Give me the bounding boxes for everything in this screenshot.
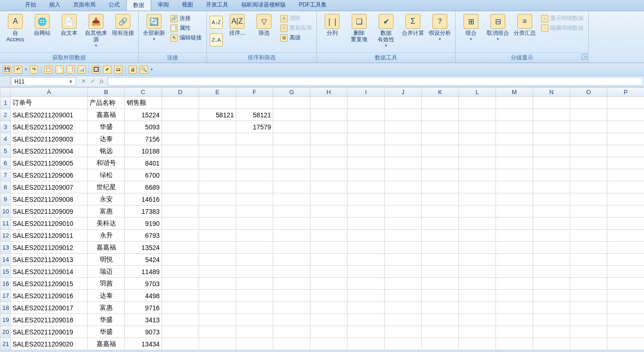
cell-K19[interactable]	[422, 314, 459, 326]
row-header-12[interactable]: 12	[0, 230, 11, 242]
data-validation-dropdown-icon[interactable]: ▼	[384, 44, 388, 48]
cell-G9[interactable]	[273, 193, 310, 205]
row-header-1[interactable]: 1	[0, 97, 11, 109]
cell-I2[interactable]	[348, 109, 385, 121]
qat-btn-2[interactable]: 📄	[55, 65, 64, 74]
cell-G14[interactable]	[273, 254, 310, 266]
subtotal-button[interactable]: ≡分类汇总	[512, 13, 537, 37]
cell-L20[interactable]	[459, 326, 496, 338]
cell-D8[interactable]	[162, 181, 199, 193]
cell-B17[interactable]: 达泰	[88, 290, 125, 302]
cell-J20[interactable]	[385, 326, 422, 338]
cell-K12[interactable]	[422, 230, 459, 242]
cell-B6[interactable]: 和谐号	[88, 157, 125, 169]
cell-G1[interactable]	[273, 97, 310, 109]
cell-N5[interactable]	[533, 145, 570, 157]
cell-J13[interactable]	[385, 242, 422, 254]
cell-J3[interactable]	[385, 121, 422, 133]
cell-P15[interactable]	[607, 266, 644, 278]
cell-G11[interactable]	[273, 218, 310, 230]
cell-E15[interactable]	[199, 266, 236, 278]
cell-M15[interactable]	[496, 266, 533, 278]
cell-H11[interactable]	[310, 218, 348, 230]
cell-C18[interactable]: 9716	[125, 302, 162, 314]
cell-F14[interactable]	[236, 254, 273, 266]
qat-undo-icon[interactable]: ↶	[14, 65, 22, 74]
cell-O10[interactable]	[570, 205, 607, 218]
cell-D2[interactable]	[162, 109, 199, 121]
cell-N9[interactable]	[533, 193, 570, 205]
cell-A20[interactable]: SALES20211209019	[11, 326, 88, 338]
cell-L16[interactable]	[459, 278, 496, 290]
cell-L18[interactable]	[459, 302, 496, 314]
from-web-button[interactable]: 🌐自网站	[30, 13, 55, 37]
row-header-21[interactable]: 21	[0, 338, 11, 350]
cell-J8[interactable]	[385, 181, 422, 193]
cell-F15[interactable]	[236, 266, 273, 278]
cell-E1[interactable]	[199, 97, 236, 109]
cell-D15[interactable]	[162, 266, 199, 278]
cell-L21[interactable]	[459, 338, 496, 350]
cell-P3[interactable]	[607, 121, 644, 133]
cell-K3[interactable]	[422, 121, 459, 133]
cell-L12[interactable]	[459, 230, 496, 242]
cell-E21[interactable]	[199, 338, 236, 350]
cancel-formula-icon[interactable]: ✕	[79, 78, 87, 85]
cell-J14[interactable]	[385, 254, 422, 266]
cell-K21[interactable]	[422, 338, 459, 350]
name-box-dropdown-icon[interactable]: ▼	[69, 79, 73, 84]
cell-F6[interactable]	[236, 157, 273, 169]
enter-formula-icon[interactable]: ✓	[88, 78, 97, 85]
row-header-9[interactable]: 9	[0, 193, 11, 205]
cell-I11[interactable]	[348, 218, 385, 230]
cell-P1[interactable]	[607, 97, 644, 109]
cell-O18[interactable]	[570, 302, 607, 314]
cell-F18[interactable]	[236, 302, 273, 314]
cell-P14[interactable]	[607, 254, 644, 266]
cell-H1[interactable]	[310, 97, 348, 109]
cell-B5[interactable]: 铭远	[88, 145, 125, 157]
cell-A15[interactable]: SALES20211209014	[11, 266, 88, 278]
cell-M10[interactable]	[496, 205, 533, 218]
edit-links-button[interactable]: ✎编辑链接	[168, 33, 204, 42]
cell-H15[interactable]	[310, 266, 348, 278]
row-header-16[interactable]: 16	[0, 278, 11, 290]
cell-N3[interactable]	[533, 121, 570, 133]
sort-button[interactable]: A|Z排序...	[225, 13, 250, 37]
cell-G17[interactable]	[273, 290, 310, 302]
cell-F20[interactable]	[236, 326, 273, 338]
cell-M7[interactable]	[496, 169, 533, 181]
cell-E13[interactable]	[199, 242, 236, 254]
cell-F9[interactable]	[236, 193, 273, 205]
text-to-columns-button[interactable]: ❘❘分列	[320, 13, 345, 37]
cell-O6[interactable]	[570, 157, 607, 169]
cell-P20[interactable]	[607, 326, 644, 338]
cell-J10[interactable]	[385, 205, 422, 218]
cell-B11[interactable]: 美科达	[88, 218, 125, 230]
cell-D16[interactable]	[162, 278, 199, 290]
cell-P17[interactable]	[607, 290, 644, 302]
cell-F8[interactable]	[236, 181, 273, 193]
tab-开始[interactable]: 开始	[19, 0, 43, 11]
cell-D10[interactable]	[162, 205, 199, 218]
cell-C19[interactable]: 3413	[125, 314, 162, 326]
cell-K4[interactable]	[422, 133, 459, 145]
cell-K2[interactable]	[422, 109, 459, 121]
cell-G8[interactable]	[273, 181, 310, 193]
row-header-13[interactable]: 13	[0, 242, 11, 254]
row-header-8[interactable]: 8	[0, 181, 11, 193]
cell-F13[interactable]	[236, 242, 273, 254]
cell-M6[interactable]	[496, 157, 533, 169]
cell-O2[interactable]	[570, 109, 607, 121]
cell-E10[interactable]	[199, 205, 236, 218]
cell-G13[interactable]	[273, 242, 310, 254]
cell-C3[interactable]: 5093	[125, 121, 162, 133]
cell-D18[interactable]	[162, 302, 199, 314]
row-header-17[interactable]: 17	[0, 290, 11, 302]
cell-A14[interactable]: SALES20211209013	[11, 254, 88, 266]
cell-F2[interactable]: 58121	[236, 109, 273, 121]
cell-C2[interactable]: 15224	[125, 109, 162, 121]
cell-I19[interactable]	[348, 314, 385, 326]
cell-L13[interactable]	[459, 242, 496, 254]
cell-J12[interactable]	[385, 230, 422, 242]
